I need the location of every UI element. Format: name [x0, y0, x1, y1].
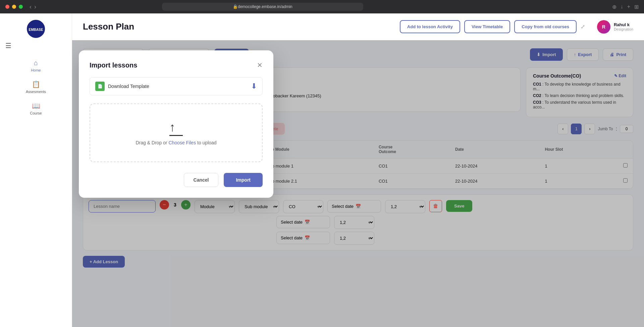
traffic-light-red[interactable] [5, 5, 9, 9]
svg-text:EMBASE: EMBASE [29, 28, 43, 32]
download-template-label: Download Template [108, 84, 149, 89]
expand-icon[interactable]: ⤢ [581, 24, 585, 30]
download-icon[interactable]: ↓ [621, 4, 623, 10]
download-template-row: 📄 Download Template ⬇ [90, 77, 263, 95]
modal-actions: Cancel Import [90, 173, 263, 187]
plus-icon[interactable]: + [627, 4, 630, 10]
import-confirm-button[interactable]: Import [224, 173, 263, 187]
address-bar: 🔒 democollege.embase.in/admin [162, 3, 363, 11]
upload-text: Drag & Drop or Choose Files to upload [136, 140, 216, 145]
main-content: Lesson Plan Add to lesson Activity View … [72, 13, 644, 327]
hamburger-menu-icon[interactable]: ☰ [0, 42, 11, 50]
sidebar-logo: EMBASE [26, 19, 46, 39]
choose-files-link[interactable]: Choose Files [168, 140, 196, 145]
sidebar-assessments-label: Assesments [26, 90, 46, 94]
copy-from-courses-button[interactable]: Copy from old courses [514, 20, 577, 33]
modal-overlay: Import lessons ✕ 📄 Download Template ⬇ ↑ [72, 40, 644, 327]
nav-back-icon[interactable]: ‹ [30, 3, 32, 10]
view-timetable-button[interactable]: View Timetable [464, 20, 510, 33]
add-lesson-activity-button[interactable]: Add to lesson Activity [400, 20, 460, 33]
sidebar-item-course[interactable]: 📖 Course [0, 98, 72, 119]
user-designation: Designation [614, 27, 633, 31]
grid-icon[interactable]: ⊞ [634, 4, 639, 10]
modal-title: Import lessons [90, 61, 137, 69]
sidebar-item-assessments[interactable]: 📋 Assesments [0, 76, 72, 98]
upload-arrow-icon: ↑ [169, 120, 183, 136]
file-icon: 📄 [95, 82, 105, 91]
download-label: 📄 Download Template [95, 82, 149, 91]
import-modal: Import lessons ✕ 📄 Download Template ⬇ ↑ [79, 50, 273, 198]
top-actions: Add to lesson Activity View Timetable Co… [400, 20, 633, 34]
browser-actions: ⊕ ↓ + ⊞ [612, 4, 639, 10]
course-icon: 📖 [32, 102, 40, 110]
user-text: Rahul k Designation [614, 22, 633, 31]
cast-icon[interactable]: ⊕ [612, 4, 616, 10]
upload-drop-zone[interactable]: ↑ Drag & Drop or Choose Files to upload [90, 103, 263, 162]
top-bar: Lesson Plan Add to lesson Activity View … [72, 13, 644, 40]
sidebar-course-label: Course [30, 111, 42, 115]
assessments-icon: 📋 [32, 80, 40, 88]
download-template-button[interactable]: ⬇ [251, 82, 257, 91]
traffic-light-green[interactable] [19, 5, 23, 9]
sidebar-home-label: Home [31, 68, 41, 72]
app-wrapper: EMBASE ☰ ⌂ Home 📋 Assesments 📖 Course Le… [0, 13, 644, 327]
cancel-button[interactable]: Cancel [184, 173, 219, 187]
modal-header: Import lessons ✕ [90, 61, 263, 69]
url-text: democollege.embase.in/admin [238, 4, 292, 9]
nav-forward-icon[interactable]: › [34, 3, 36, 10]
avatar: R [597, 20, 610, 34]
traffic-light-yellow[interactable] [12, 5, 16, 9]
page-title: Lesson Plan [83, 21, 134, 32]
content-area: a Cinema and Culture Submit ⬇ Import [72, 40, 644, 327]
sidebar-item-home[interactable]: ⌂ Home [0, 55, 72, 76]
home-icon: ⌂ [34, 59, 38, 67]
sidebar: EMBASE ☰ ⌂ Home 📋 Assesments 📖 Course [0, 13, 72, 327]
user-name: Rahul k [614, 22, 633, 27]
lock-icon: 🔒 [233, 4, 238, 9]
browser-chrome: ‹ › 🔒 democollege.embase.in/admin ⊕ ↓ + … [0, 0, 644, 13]
modal-close-button[interactable]: ✕ [257, 61, 263, 69]
user-info: R Rahul k Designation [597, 20, 633, 34]
browser-nav[interactable]: ‹ › [30, 3, 36, 10]
